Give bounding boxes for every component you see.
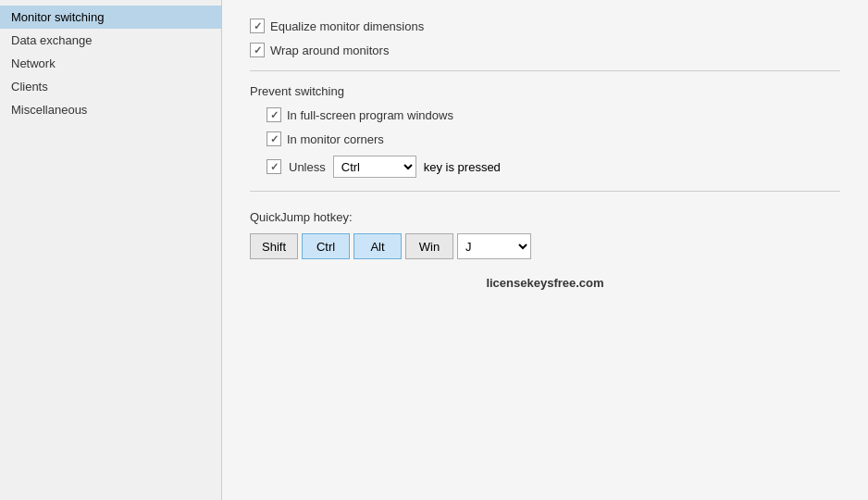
sidebar: Monitor switchingData exchangeNetworkCli…	[0, 0, 222, 500]
hotkey-btn-alt[interactable]: Alt	[353, 233, 402, 259]
prevent-item-0: In full-screen program windows	[267, 107, 840, 122]
option-text-0: Equalize monitor dimensions	[270, 19, 424, 33]
divider	[250, 70, 840, 71]
checkbox-0[interactable]	[250, 19, 265, 33]
sidebar-item-monitor-switching[interactable]: Monitor switching	[0, 6, 221, 29]
hotkey-row: ShiftCtrlAltWinJABCDEFGHIKLMNOPQRSTUVWXY…	[250, 233, 840, 259]
option-row-0: Equalize monitor dimensions	[250, 19, 840, 33]
main-content: Equalize monitor dimensionsWrap around m…	[222, 0, 868, 500]
unless-row: UnlessCtrlAltShiftWinkey is pressed	[267, 156, 840, 178]
option-row-1: Wrap around monitors	[250, 43, 840, 57]
unless-key-select[interactable]: CtrlAltShiftWin	[333, 156, 416, 178]
option-label-0[interactable]: Equalize monitor dimensions	[250, 19, 424, 33]
hotkey-btn-ctrl[interactable]: Ctrl	[302, 233, 350, 259]
option-text-1: Wrap around monitors	[270, 44, 389, 57]
prevent-label-0[interactable]: In full-screen program windows	[287, 108, 453, 122]
sidebar-item-network[interactable]: Network	[0, 52, 221, 75]
prevent-item-1: In monitor corners	[267, 131, 840, 146]
prevent-label-1[interactable]: In monitor corners	[287, 132, 384, 146]
key-dropdown[interactable]: JABCDEFGHIKLMNOPQRSTUVWXYZ	[457, 233, 531, 259]
watermark: licensekeysfree.com	[250, 276, 840, 290]
unless-suffix: key is pressed	[424, 160, 501, 174]
checkbox-1[interactable]	[250, 43, 265, 57]
unless-label: Unless	[289, 160, 326, 174]
prevent-checkbox-0[interactable]	[267, 107, 281, 122]
hotkey-btn-win[interactable]: Win	[405, 233, 453, 259]
option-label-1[interactable]: Wrap around monitors	[250, 43, 389, 57]
divider-2	[250, 191, 840, 192]
sidebar-item-clients[interactable]: Clients	[0, 75, 221, 98]
hotkey-btn-shift[interactable]: Shift	[250, 233, 298, 259]
sidebar-item-data-exchange[interactable]: Data exchange	[0, 29, 221, 52]
quickjump-section: QuickJump hotkey:ShiftCtrlAltWinJABCDEFG…	[250, 210, 840, 259]
unless-checkbox[interactable]	[267, 159, 281, 174]
prevent-checkbox-1[interactable]	[267, 131, 281, 146]
prevent-switching-label: Prevent switching	[250, 84, 840, 98]
sidebar-item-miscellaneous[interactable]: Miscellaneous	[0, 98, 221, 121]
quickjump-label: QuickJump hotkey:	[250, 210, 840, 224]
